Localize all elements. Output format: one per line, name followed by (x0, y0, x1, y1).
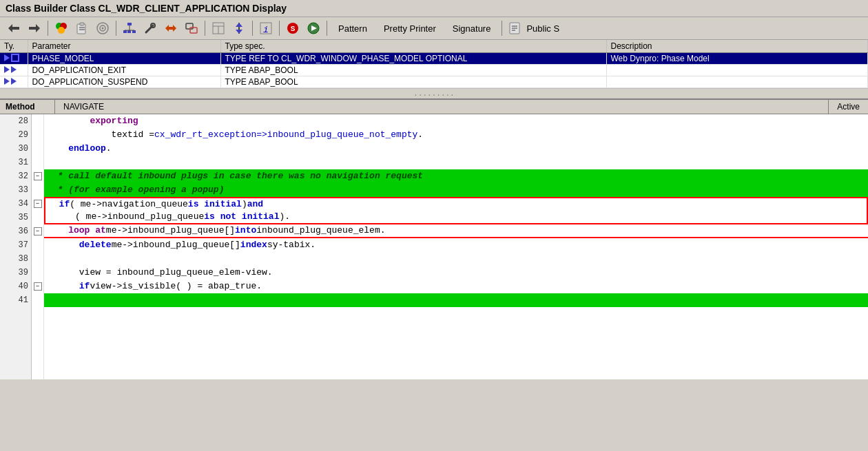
collapse-38 (32, 252, 43, 266)
collapse-33 (32, 183, 43, 197)
col-type: Ty. (0, 40, 28, 53)
line-28: 28 (0, 114, 31, 128)
svg-text:S: S (291, 25, 296, 33)
collapse-39 (32, 266, 43, 280)
svg-rect-12 (127, 23, 132, 25)
title-bar: Class Builder Class CL_WDR_CLIENT_APPLIC… (0, 0, 868, 17)
line-35: 35 (0, 211, 31, 224)
btn-clipboard[interactable] (72, 19, 92, 37)
method-label: Method (0, 100, 55, 114)
app-title: Class Builder Class CL_WDR_CLIENT_APPLIC… (6, 3, 287, 14)
pattern-btn[interactable]: Pattern (331, 21, 375, 36)
code-line-34: if ( me->navigation_queue is initial ) a… (44, 197, 868, 211)
sep3 (205, 21, 205, 36)
method-name: NAVIGATE (55, 100, 829, 114)
line-41: 41 (0, 293, 31, 307)
line-32: 32 (0, 169, 31, 183)
btn-tool[interactable] (141, 19, 160, 37)
sep6 (327, 21, 327, 36)
collapse-34[interactable]: − (32, 197, 43, 211)
collapse-btn-40[interactable]: − (34, 282, 42, 291)
svg-marker-20 (165, 25, 176, 32)
code-line-36: loop at me->inbound_plug_queue[] into in… (44, 224, 868, 238)
collapse-28 (32, 114, 43, 128)
line-39: 39 (0, 266, 31, 280)
type-spec: TYPE ABAP_BOOL (220, 76, 606, 88)
table-header: Ty. Parameter Type spec. Description (0, 40, 868, 53)
line-29: 29 (0, 128, 31, 142)
code-line-37: delete me->inbound_plug_queue[] index sy… (44, 238, 868, 252)
btn-public-icon[interactable] (506, 19, 525, 37)
svg-marker-0 (8, 24, 19, 32)
btn-target[interactable] (93, 19, 112, 37)
type-spec: TYPE REF TO CL_WDR_WINDOW_PHASE_MODEL OP… (220, 53, 606, 65)
params-container: Ty. Parameter Type spec. Description PHA… (0, 40, 868, 99)
public-label: Public S (526, 23, 559, 34)
type-cell (0, 76, 28, 88)
type-cell (0, 53, 28, 65)
description: Web Dynpro: Phase Model (606, 53, 868, 65)
btn-arrows[interactable] (161, 19, 180, 37)
param-name: PHASE_MODEL (28, 53, 220, 65)
svg-rect-6 (80, 23, 84, 25)
svg-marker-1 (29, 24, 40, 32)
forward-btn[interactable] (25, 19, 44, 37)
method-status: Active (829, 100, 868, 114)
col-param: Parameter (28, 40, 220, 53)
param-name: DO_APPLICATION_EXIT (28, 65, 220, 76)
col-typespec: Type spec. (220, 40, 606, 53)
svg-rect-14 (127, 30, 131, 33)
line-38: 38 (0, 252, 31, 266)
code-line-28: exporting (44, 114, 868, 128)
signature-btn[interactable]: Signature (445, 21, 499, 36)
method-bar: Method NAVIGATE Active (0, 99, 868, 114)
collapse-32[interactable]: − (32, 169, 43, 183)
svg-rect-21 (186, 23, 193, 29)
btn-green-arrow[interactable] (304, 19, 323, 37)
code-area: 28 29 30 31 32 33 34 35 36 37 38 39 40 4… (0, 114, 868, 379)
type-spec: TYPE ABAP_BOOL (220, 65, 606, 76)
table-row[interactable]: DO_APPLICATION_SUSPEND TYPE ABAP_BOOL (0, 76, 868, 88)
collapse-36[interactable]: − (32, 224, 43, 238)
col-desc: Description (606, 40, 868, 53)
code-line-31 (44, 156, 868, 169)
collapse-col: − − − − (32, 114, 44, 379)
btn-hierarchy[interactable] (120, 19, 139, 37)
btn-red-circle[interactable]: S (283, 19, 302, 37)
collapse-37 (32, 238, 43, 252)
btn-replace[interactable] (182, 19, 201, 37)
collapse-35 (32, 211, 43, 224)
svg-marker-28 (236, 30, 242, 34)
btn-layout[interactable] (209, 19, 228, 37)
table-row[interactable]: PHASE_MODEL TYPE REF TO CL_WDR_WINDOW_PH… (0, 53, 868, 65)
collapse-btn-34[interactable]: − (34, 200, 42, 208)
collapse-29 (32, 128, 43, 142)
svg-rect-22 (190, 28, 197, 33)
code-line-39: view = inbound_plug_queue_elem-view. (44, 266, 868, 280)
btn-arrows2[interactable] (229, 19, 249, 37)
svg-point-4 (58, 27, 65, 34)
sep2 (116, 21, 116, 36)
code-line-29: textid = cx_wdr_rt_exception=>inbound_pl… (44, 128, 868, 142)
back-btn[interactable] (4, 19, 23, 37)
collapse-btn-32[interactable]: − (34, 172, 42, 180)
code-line-41 (44, 293, 868, 307)
collapse-40[interactable]: − (32, 280, 43, 293)
pretty-printer-btn[interactable]: Pretty Printer (376, 21, 444, 36)
code-line-30: endloop. (44, 142, 868, 156)
btn-info[interactable]: i (256, 19, 276, 37)
line-37: 37 (0, 238, 31, 252)
collapse-btn-36[interactable]: − (34, 227, 42, 235)
line-34: 34 (0, 197, 31, 211)
sep7 (502, 21, 502, 36)
table-row[interactable]: DO_APPLICATION_EXIT TYPE ABAP_BOOL (0, 65, 868, 76)
code-line-40: if view->is_visible( ) = abap_true. (44, 280, 868, 293)
collapse-41 (32, 293, 43, 307)
line-31: 31 (0, 156, 31, 169)
param-name: DO_APPLICATION_SUSPEND (28, 76, 220, 88)
line-36: 36 (0, 224, 31, 238)
code-line-35: ( me->inbound_plug_queue is not initial … (44, 211, 868, 224)
toolbar: i S Pattern Pretty Printer Signature Pub… (0, 17, 868, 40)
btn-multicolor[interactable] (52, 19, 71, 37)
line-33: 33 (0, 183, 31, 197)
